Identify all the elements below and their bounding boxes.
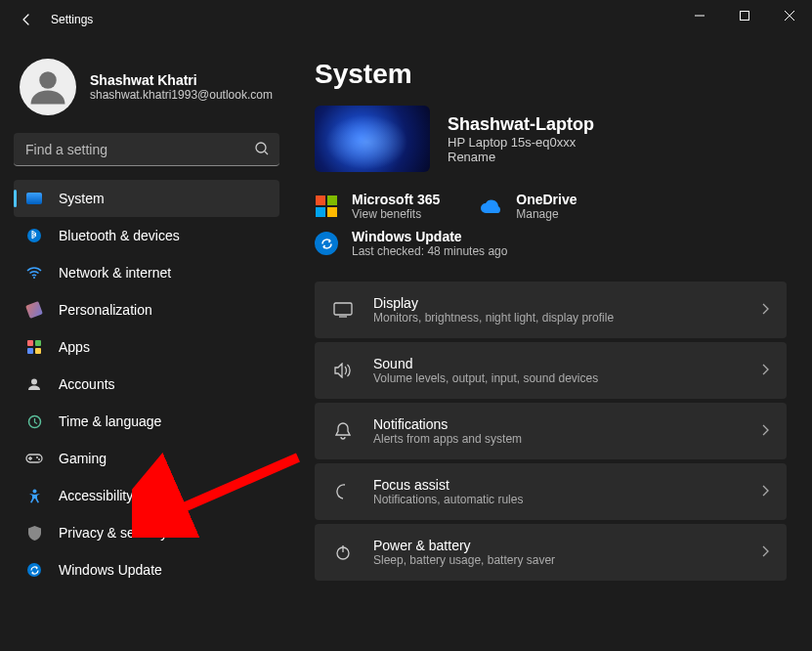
sidebar-item-personalization[interactable]: Personalization xyxy=(14,291,279,328)
sidebar-item-bluetooth[interactable]: Bluetooth & devices xyxy=(14,217,279,254)
chevron-right-icon xyxy=(761,483,769,500)
sidebar-item-accessibility[interactable]: Accessibility xyxy=(14,477,279,514)
accessibility-icon xyxy=(25,487,43,504)
svg-point-13 xyxy=(32,489,36,493)
svg-point-7 xyxy=(33,277,35,279)
sidebar-item-gaming[interactable]: Gaming xyxy=(14,440,279,477)
svg-rect-14 xyxy=(334,303,352,315)
quicklink-title: Microsoft 365 xyxy=(352,192,440,207)
clock-icon xyxy=(25,412,43,430)
setting-sub: Sleep, battery usage, battery saver xyxy=(373,553,742,567)
setting-display[interactable]: Display Monitors, brightness, night ligh… xyxy=(315,282,787,338)
close-button[interactable] xyxy=(767,0,812,31)
device-model: HP Laptop 15s-eq0xxx xyxy=(448,135,594,150)
quicklink-title: Windows Update xyxy=(352,229,507,244)
quicklink-onedrive[interactable]: OneDrive Manage xyxy=(479,192,577,221)
quicklink-sub: Manage xyxy=(516,207,577,221)
setting-sub: Volume levels, output, input, sound devi… xyxy=(373,371,742,385)
onedrive-icon xyxy=(479,195,502,218)
svg-point-5 xyxy=(256,143,266,152)
setting-notifications[interactable]: Notifications Alerts from apps and syste… xyxy=(315,403,787,459)
sound-icon xyxy=(332,360,354,381)
apps-icon xyxy=(25,338,43,356)
wifi-icon xyxy=(25,264,43,282)
setting-title: Notifications xyxy=(373,416,742,432)
quicklink-sub: Last checked: 48 minutes ago xyxy=(352,244,507,258)
setting-focus[interactable]: Focus assist Notifications, automatic ru… xyxy=(315,463,787,520)
quicklink-ms365[interactable]: Microsoft 365 View benefits xyxy=(315,192,440,221)
quicklink-windowsupdate[interactable]: Windows Update Last checked: 48 minutes … xyxy=(315,229,787,258)
sidebar-item-label: Bluetooth & devices xyxy=(59,228,180,243)
setting-sub: Alerts from apps and system xyxy=(373,432,742,446)
chevron-right-icon xyxy=(761,422,769,440)
ms365-icon xyxy=(315,195,338,218)
sidebar-item-network[interactable]: Network & internet xyxy=(14,254,279,291)
svg-line-6 xyxy=(265,152,268,154)
search-icon xyxy=(254,141,270,160)
setting-title: Sound xyxy=(373,356,742,371)
maximize-button[interactable] xyxy=(722,0,767,31)
sidebar-item-label: Gaming xyxy=(59,451,107,466)
sidebar-item-accounts[interactable]: Accounts xyxy=(14,366,279,403)
minimize-button[interactable] xyxy=(677,0,722,31)
user-name: Shashwat Khatri xyxy=(90,72,273,88)
setting-sub: Notifications, automatic rules xyxy=(373,493,742,506)
back-button[interactable] xyxy=(10,3,43,36)
bluetooth-icon xyxy=(25,227,43,244)
nav: System Bluetooth & devices Network & int… xyxy=(14,180,279,588)
device-thumbnail xyxy=(315,106,430,172)
bell-icon xyxy=(332,420,354,442)
system-icon xyxy=(25,190,43,207)
sidebar-item-time[interactable]: Time & language xyxy=(14,403,279,440)
device-info: Shashwat-Laptop HP Laptop 15s-eq0xxx Ren… xyxy=(315,106,787,172)
moon-icon xyxy=(332,481,354,502)
quick-links: Microsoft 365 View benefits OneDrive Man… xyxy=(315,192,787,258)
page-title: System xyxy=(315,59,787,90)
sidebar-item-label: Accessibility xyxy=(59,488,133,503)
svg-point-4 xyxy=(39,71,57,89)
titlebar: Settings xyxy=(0,0,812,39)
sidebar-item-windowsupdate[interactable]: Windows Update xyxy=(14,551,279,588)
chevron-right-icon xyxy=(761,543,769,561)
svg-point-8 xyxy=(31,379,37,385)
update-icon xyxy=(25,561,43,579)
setting-sound[interactable]: Sound Volume levels, output, input, soun… xyxy=(315,342,787,399)
setting-power[interactable]: Power & battery Sleep, battery usage, ba… xyxy=(315,524,787,581)
svg-rect-1 xyxy=(741,12,749,21)
svg-point-11 xyxy=(36,456,38,458)
sidebar-item-system[interactable]: System xyxy=(14,180,279,217)
sidebar-item-privacy[interactable]: Privacy & security xyxy=(14,514,279,551)
sidebar: Shashwat Khatri shashwat.khatri1993@outl… xyxy=(0,39,293,651)
sidebar-item-label: Network & internet xyxy=(59,265,171,281)
setting-title: Display xyxy=(373,295,742,311)
rename-link[interactable]: Rename xyxy=(448,150,594,164)
search-input[interactable] xyxy=(14,133,279,166)
settings-list: Display Monitors, brightness, night ligh… xyxy=(315,282,787,581)
search-box[interactable] xyxy=(14,133,279,166)
svg-point-12 xyxy=(38,458,40,460)
display-icon xyxy=(332,299,354,321)
quicklink-sub: View benefits xyxy=(352,207,440,221)
brush-icon xyxy=(25,301,43,319)
avatar xyxy=(20,59,76,115)
sidebar-item-label: Apps xyxy=(59,339,90,355)
power-icon xyxy=(332,542,354,563)
user-email: shashwat.khatri1993@outlook.com xyxy=(90,88,273,102)
device-name: Shashwat-Laptop xyxy=(448,114,594,135)
chevron-right-icon xyxy=(761,301,769,319)
window-title: Settings xyxy=(51,13,93,26)
sidebar-item-apps[interactable]: Apps xyxy=(14,328,279,366)
gamepad-icon xyxy=(25,450,43,467)
sidebar-item-label: Personalization xyxy=(59,302,152,318)
setting-sub: Monitors, brightness, night light, displ… xyxy=(373,311,742,325)
sidebar-item-label: Accounts xyxy=(59,376,115,392)
person-icon xyxy=(25,375,43,393)
update-icon xyxy=(315,232,338,255)
sidebar-item-label: System xyxy=(59,191,105,206)
setting-title: Power & battery xyxy=(373,538,742,553)
sidebar-item-label: Privacy & security xyxy=(59,525,167,541)
sidebar-item-label: Time & language xyxy=(59,413,161,429)
main-content: System Shashwat-Laptop HP Laptop 15s-eq0… xyxy=(293,39,812,651)
setting-title: Focus assist xyxy=(373,477,742,493)
user-block[interactable]: Shashwat Khatri shashwat.khatri1993@outl… xyxy=(14,49,279,133)
